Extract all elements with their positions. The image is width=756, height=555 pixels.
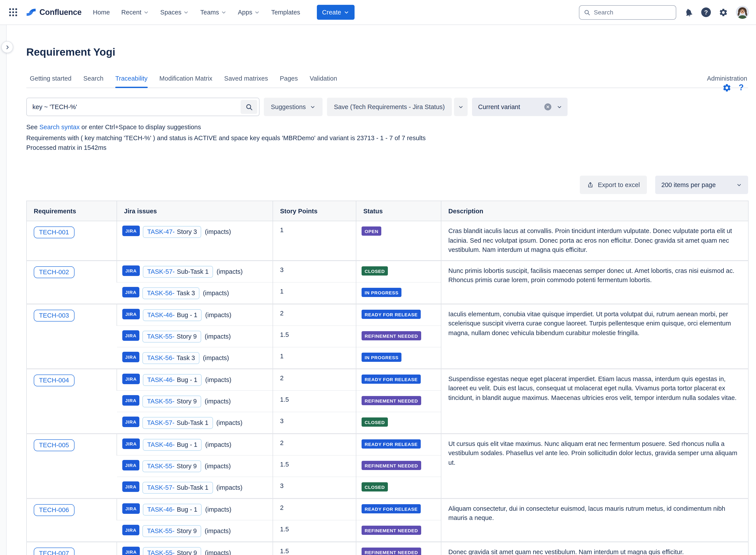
jira-issue-key[interactable]: TASK-57-: [147, 419, 174, 426]
variant-select[interactable]: Current variant: [472, 98, 567, 116]
column-header-status: Status: [356, 201, 441, 221]
main-content: Requirement Yogi ? Getting startedSearch…: [26, 46, 748, 555]
jira-issue-link[interactable]: TASK-57-Sub-Task 1: [143, 266, 213, 278]
items-per-page-value: 200 items per page: [661, 181, 732, 188]
notifications-bell-icon[interactable]: [684, 8, 693, 17]
requirement-link[interactable]: TECH-004: [34, 374, 74, 386]
jira-issue-cell: JIRATASK-56-Task 3(impacts): [117, 347, 273, 369]
jira-issue-link[interactable]: TASK-56-Task 3: [143, 287, 199, 299]
jira-issue-summary: Story 9: [176, 527, 197, 534]
jira-badge: JIRA: [122, 460, 140, 470]
nav-item-teams[interactable]: Teams: [200, 9, 226, 16]
jira-issue-key[interactable]: TASK-46-: [147, 376, 175, 383]
jira-issue-link[interactable]: TASK-56-Task 3: [143, 352, 199, 364]
status-cell: OPEN: [356, 221, 441, 260]
requirement-yogi-help-icon[interactable]: ?: [739, 83, 744, 92]
chevron-down-icon: [344, 9, 350, 15]
jira-issue-key[interactable]: TASK-56-: [147, 289, 174, 296]
chevron-down-icon: [310, 104, 316, 110]
jira-issue-link[interactable]: TASK-55-Story 9: [143, 331, 201, 342]
suggestions-button[interactable]: Suggestions: [264, 98, 323, 116]
avatar[interactable]: [736, 6, 749, 19]
requirement-link[interactable]: TECH-006: [34, 504, 74, 516]
save-matrix-caret-button[interactable]: [454, 98, 468, 116]
requirement-yogi-settings-gear-icon[interactable]: [722, 83, 732, 92]
jira-issue-cell: JIRATASK-47-Story 3(impacts): [117, 221, 273, 260]
requirement-link[interactable]: TECH-007: [34, 547, 74, 555]
jira-issue-link[interactable]: TASK-55-Story 9: [143, 547, 201, 555]
table-row: TECH-007JIRATASK-55-Story 9(impacts)1.5R…: [27, 542, 748, 555]
jira-issue-key[interactable]: TASK-55-: [147, 549, 175, 555]
help-icon[interactable]: ?: [701, 7, 711, 17]
jira-issue-key[interactable]: TASK-56-: [147, 354, 174, 361]
app-switcher-icon[interactable]: [6, 5, 20, 19]
jira-issue-cell: JIRATASK-55-Story 9(impacts): [117, 390, 273, 412]
chevron-down-icon: [221, 9, 227, 15]
jira-issue-key[interactable]: TASK-55-: [147, 527, 174, 534]
jira-issue-key[interactable]: TASK-55-: [147, 333, 174, 340]
tab-validation[interactable]: Validation: [310, 75, 337, 88]
jira-issue-summary: Sub-Task 1: [176, 484, 208, 491]
jira-issue-cell: JIRATASK-46-Bug - 1(impacts): [117, 369, 273, 390]
jira-issue-link[interactable]: TASK-46-Bug - 1: [143, 374, 202, 386]
jira-issue-cell: JIRATASK-55-Story 9(impacts): [117, 455, 273, 477]
nav-item-recent[interactable]: Recent: [121, 9, 149, 16]
jira-issue-key[interactable]: TASK-47-: [147, 228, 175, 235]
requirement-link[interactable]: TECH-002: [34, 266, 74, 278]
settings-gear-icon[interactable]: [719, 8, 728, 17]
global-search-input[interactable]: [594, 9, 671, 16]
jira-issue-link[interactable]: TASK-46-Bug - 1: [143, 309, 202, 321]
status-cell: REFINEMENT NEEDED: [356, 542, 441, 555]
confluence-logo[interactable]: Confluence: [26, 7, 82, 18]
save-matrix-button[interactable]: Save (Tech Requirements - Jira Status): [327, 98, 452, 116]
column-header-description: Description: [441, 201, 748, 221]
tab-search[interactable]: Search: [83, 75, 104, 88]
nav-item-spaces[interactable]: Spaces: [160, 9, 189, 16]
nav-item-templates[interactable]: Templates: [271, 9, 300, 16]
jira-badge: JIRA: [122, 438, 140, 449]
jira-issue-summary: Task 3: [176, 354, 195, 361]
jira-issue-link[interactable]: TASK-47-Story 3: [143, 226, 201, 238]
expand-sidebar-button[interactable]: [1, 41, 13, 53]
search-syntax-link[interactable]: Search syntax: [39, 124, 80, 131]
jira-issue-link[interactable]: TASK-46-Bug - 1: [143, 504, 202, 515]
tab-pages[interactable]: Pages: [280, 75, 298, 88]
clear-variant-icon[interactable]: [544, 103, 551, 111]
jira-issue-key[interactable]: TASK-46-: [147, 506, 175, 513]
jira-issue-link[interactable]: TASK-55-Story 9: [143, 460, 201, 472]
jira-issue-link[interactable]: TASK-57-Sub-Task 1: [143, 482, 213, 494]
jira-issue-key[interactable]: TASK-57-: [147, 484, 174, 491]
jira-issue-link[interactable]: TASK-57-Sub-Task 1: [143, 417, 213, 429]
table-row: TECH-002JIRATASK-57-Sub-Task 1(impacts)3…: [27, 260, 748, 282]
chevron-down-icon: [143, 9, 149, 15]
nav-item-home[interactable]: Home: [93, 9, 110, 16]
status-badge: REFINEMENT NEEDED: [362, 547, 421, 555]
jira-issue-key[interactable]: TASK-55-: [147, 462, 174, 469]
tab-modification-matrix[interactable]: Modification Matrix: [159, 75, 212, 88]
requirement-link[interactable]: TECH-003: [34, 309, 74, 321]
requirement-link[interactable]: TECH-005: [34, 439, 74, 451]
export-to-excel-button[interactable]: Export to excel: [580, 176, 647, 194]
query-input[interactable]: [27, 103, 259, 111]
jira-issue-link[interactable]: TASK-55-Story 9: [143, 395, 201, 407]
impacts-label: (impacts): [205, 397, 231, 404]
jira-badge: JIRA: [122, 225, 140, 236]
create-button[interactable]: Create: [317, 5, 355, 20]
table-header-row: Requirements Jira issues Story Points St…: [27, 201, 748, 221]
jira-issue-key[interactable]: TASK-57-: [147, 268, 175, 275]
jira-issue-link[interactable]: TASK-55-Story 9: [143, 525, 201, 537]
jira-issue-link[interactable]: TASK-46-Bug - 1: [143, 439, 202, 451]
jira-issue-key[interactable]: TASK-46-: [147, 311, 175, 318]
tab-saved-matrixes[interactable]: Saved matrixes: [224, 75, 268, 88]
jira-badge: JIRA: [122, 416, 140, 427]
requirement-link[interactable]: TECH-001: [34, 226, 74, 238]
global-search[interactable]: [579, 5, 676, 19]
jira-issue-summary: Sub-Task 1: [177, 268, 209, 275]
jira-issue-key[interactable]: TASK-46-: [147, 441, 175, 448]
items-per-page-select[interactable]: 200 items per page: [655, 176, 748, 194]
nav-item-apps[interactable]: Apps: [238, 9, 260, 16]
tab-getting-started[interactable]: Getting started: [30, 75, 72, 88]
run-search-button[interactable]: [241, 100, 257, 114]
jira-issue-key[interactable]: TASK-55-: [147, 397, 174, 404]
tab-traceability[interactable]: Traceability: [115, 75, 148, 88]
